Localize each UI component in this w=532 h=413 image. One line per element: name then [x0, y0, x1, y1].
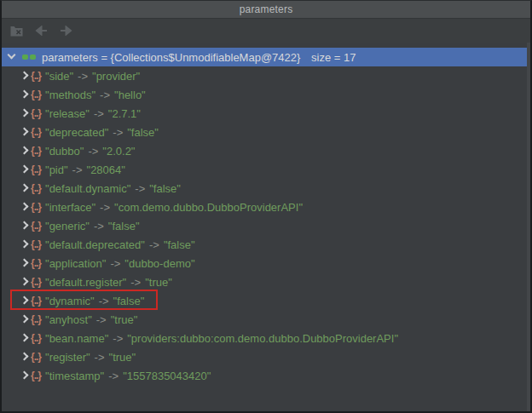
tree-row-map-entry[interactable]: {..} "generic"->"false" [2, 216, 527, 235]
chevron-right-icon[interactable] [20, 370, 30, 381]
root-node-text: parameters = {Collections$UnmodifiableMa… [42, 51, 356, 64]
window-titlebar[interactable]: parameters [2, 1, 530, 19]
entry-value: "true" [111, 313, 138, 326]
entry-key: "generic" [45, 220, 90, 232]
tree-row-map-entry[interactable]: {..} "pid"->"28064" [2, 160, 527, 179]
entry-key: "dynamic" [45, 295, 95, 307]
tree-row-map-entry[interactable]: {..} "register"->"true" [2, 347, 527, 366]
chevron-right-icon[interactable] [20, 333, 30, 343]
entry-value: "2.7.1" [108, 107, 141, 120]
map-entry-icon: {..} [31, 332, 41, 344]
map-entry-icon: {..} [31, 107, 41, 119]
map-entry-text: "interface"->"com.demo.dubbo.DubboProvid… [45, 201, 303, 214]
map-entry-icon: {..} [31, 89, 41, 100]
arrow-separator: -> [99, 295, 109, 307]
map-entry-text: "release"->"2.7.1" [45, 107, 141, 120]
tree-row-map-entry[interactable]: {..} "interface"->"com.demo.dubbo.DubboP… [2, 198, 527, 216]
tree-row-map-entry[interactable]: {..} "bean.name"->"providers:dubbo:com.d… [2, 329, 527, 347]
map-entry-text: "register"->"true" [45, 351, 136, 364]
arrow-separator: -> [130, 276, 141, 289]
tree-row-map-entry[interactable]: {..} "methods"->"hello" [2, 85, 527, 104]
chevron-right-icon[interactable] [20, 239, 30, 250]
map-entry-icon: {..} [31, 163, 41, 175]
chevron-right-icon[interactable] [20, 202, 30, 212]
map-entry-text: "dubbo"->"2.0.2" [45, 145, 135, 158]
folder-x-icon[interactable] [9, 24, 23, 37]
chevron-right-icon[interactable] [20, 108, 30, 118]
tree-row-map-entry[interactable]: {..} "anyhost"->"true" [2, 310, 527, 329]
map-entry-text: "dynamic"->"false" [45, 295, 144, 307]
chevron-right-icon[interactable] [20, 352, 30, 362]
chevron-right-icon[interactable] [20, 127, 30, 137]
chevron-right-icon[interactable] [20, 89, 30, 100]
entry-key: "dubbo" [45, 145, 84, 158]
chevron-right-icon[interactable] [20, 277, 30, 287]
entry-value: "true" [145, 276, 172, 289]
map-entry-icon: {..} [31, 182, 41, 194]
tree-row-map-entry[interactable]: {..} "deprecated"->"false" [2, 123, 527, 141]
map-entry-text: "methods"->"hello" [45, 89, 146, 101]
tree-row-map-entry[interactable]: {..} "side"->"provider" [2, 66, 527, 85]
arrow-separator: -> [88, 145, 98, 158]
map-entry-text: "default.register"->"true" [45, 276, 172, 289]
entry-key: "release" [45, 107, 90, 120]
chevron-right-icon[interactable] [20, 183, 30, 193]
tree-row-map-entry[interactable]: {..} "release"->"2.7.1" [2, 104, 527, 123]
map-entry-text: "bean.name"->"providers:dubbo:com.demo.d… [45, 332, 398, 345]
map-entry-text: "deprecated"->"false" [45, 126, 159, 139]
entry-value: "false" [164, 238, 195, 251]
entry-value: "provider" [92, 70, 140, 83]
map-entry-text: "application"->"dubbo-demo" [45, 257, 195, 270]
map-entry-text: "anyhost"->"true" [45, 313, 137, 326]
entry-value: "providers:dubbo:com.demo.dubbo.DubboPro… [127, 332, 398, 345]
forward-arrow-icon[interactable] [59, 24, 72, 37]
map-entry-icon: {..} [31, 370, 41, 381]
entry-value: "1557835043420" [123, 370, 211, 382]
entry-value: "2.0.2" [102, 145, 135, 158]
map-entry-icon: {..} [31, 351, 41, 363]
arrow-separator: -> [72, 163, 83, 176]
chevron-right-icon[interactable] [20, 146, 30, 156]
map-entry-icon: {..} [31, 201, 41, 213]
arrow-separator: -> [100, 201, 110, 214]
chevron-right-icon[interactable] [20, 164, 30, 175]
arrow-separator: -> [108, 370, 119, 382]
entry-value: "28064" [87, 163, 125, 176]
chevron-right-icon[interactable] [20, 221, 30, 231]
entry-key: "pid" [45, 163, 68, 176]
chevron-right-icon[interactable] [20, 295, 30, 306]
tree-row-map-entry[interactable]: {..} "dynamic"->"false" [2, 291, 527, 310]
chevron-down-icon[interactable] [7, 52, 17, 62]
arrow-separator: -> [94, 107, 104, 120]
entry-value: "false" [149, 182, 181, 195]
tree-row-map-entry[interactable]: {..} "default.register"->"true" [2, 272, 527, 291]
arrow-separator: -> [110, 257, 120, 270]
map-entry-text: "pid"->"28064" [45, 163, 125, 176]
map-size-label: size = 17 [311, 51, 356, 64]
chevron-right-icon[interactable] [20, 71, 30, 81]
entry-key: "bean.name" [45, 332, 108, 345]
arrow-separator: -> [135, 182, 145, 195]
variable-type-ref: {Collections$UnmodifiableMap@7422} [111, 51, 301, 64]
chevron-right-icon[interactable] [20, 258, 30, 268]
tree-row-map-entry[interactable]: {..} "timestamp"->"1557835043420" [2, 366, 527, 385]
map-entry-icon: {..} [31, 126, 41, 138]
map-entry-icon: {..} [31, 238, 41, 250]
map-entry-text: "generic"->"false" [45, 220, 140, 232]
entry-value: "true" [109, 351, 136, 364]
tree-row-map-entry[interactable]: {..} "default.deprecated"->"false" [2, 235, 527, 254]
watch-glasses-icon [22, 54, 36, 60]
tree-row-map-entry[interactable]: {..} "default.dynamic"->"false" [2, 179, 527, 198]
back-arrow-icon[interactable] [34, 24, 48, 37]
variable-name: parameters [42, 51, 98, 64]
entry-value: "false" [127, 126, 159, 139]
entry-key: "methods" [45, 89, 95, 101]
tree-row-root[interactable]: parameters = {Collections$UnmodifiableMa… [2, 48, 527, 66]
tree-row-map-entry[interactable]: {..} "dubbo"->"2.0.2" [2, 141, 527, 160]
arrow-separator: -> [78, 70, 88, 83]
chevron-right-icon[interactable] [20, 314, 30, 324]
tree-row-map-entry[interactable]: {..} "application"->"dubbo-demo" [2, 254, 527, 272]
inspect-window: parameters parameters = {Col [0, 0, 532, 413]
entry-key: "register" [45, 351, 90, 364]
entry-key: "timestamp" [45, 370, 104, 382]
